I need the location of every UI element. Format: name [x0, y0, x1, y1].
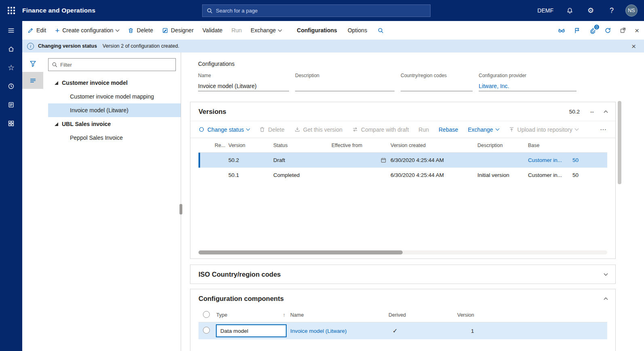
nav-workspaces-button[interactable] — [0, 114, 22, 132]
versions-section-header[interactable]: Versions 50.2 -- — [190, 102, 615, 121]
exchange-button[interactable]: Exchange — [251, 27, 281, 34]
tree-expander-icon[interactable] — [55, 81, 58, 85]
edit-button[interactable]: Edit — [27, 27, 46, 34]
gear-icon: ⚙ — [587, 7, 594, 14]
vertical-scrollbar[interactable] — [618, 101, 621, 184]
field-label: Country/region codes — [401, 73, 473, 78]
run-button[interactable]: Run — [231, 27, 242, 34]
components-section-header[interactable]: Configuration components — [190, 289, 615, 308]
versions-table-empty-area — [190, 183, 615, 250]
column-header[interactable]: Version — [228, 143, 273, 148]
base-link[interactable]: Customer in... — [528, 157, 572, 163]
horizontal-scrollbar[interactable] — [198, 250, 607, 254]
nav-recent-button[interactable] — [0, 77, 22, 95]
column-header[interactable]: Description — [477, 143, 528, 148]
glasses-button[interactable] — [558, 27, 565, 34]
top-search-input[interactable] — [216, 8, 426, 14]
create-configuration-button[interactable]: + Create configuration — [55, 27, 119, 34]
nav-favorites-button[interactable]: ☆ — [0, 58, 22, 77]
versions-summary-value: 50.2 — [569, 109, 580, 115]
component-name-link[interactable]: Invoice model (Litware) — [290, 328, 389, 334]
attachments-button[interactable]: 0 — [589, 27, 596, 34]
version-row-50-1[interactable]: 50.1 Completed 6/30/2020 4:25:44 AM Init… — [198, 168, 607, 183]
derived-column-header[interactable]: Derived — [389, 312, 457, 318]
horizontal-scrollbar-thumb[interactable] — [198, 250, 403, 254]
delete-button[interactable]: Delete — [128, 27, 153, 34]
form-icon — [8, 101, 15, 108]
help-button[interactable]: ? — [601, 0, 622, 21]
column-header[interactable]: Status — [273, 143, 332, 148]
nav-home-button[interactable] — [0, 40, 22, 58]
avatar[interactable]: NS — [625, 4, 638, 17]
tree-item-peppol-sales-invoice[interactable]: Peppol Sales Invoice — [48, 131, 181, 145]
upload-into-repository-button[interactable]: Upload into repository — [509, 126, 578, 133]
open-in-new-window-button[interactable] — [620, 27, 626, 34]
exchange-version-button[interactable]: Exchange — [468, 126, 498, 133]
version-row-50-2[interactable]: 50.2 Draft 6/30/2020 4:25:44 AM Customer… — [198, 153, 607, 168]
column-header[interactable]: Base — [528, 143, 572, 148]
delete-version-button[interactable]: Delete — [259, 126, 284, 133]
row-checkbox[interactable] — [203, 327, 210, 334]
company-picker[interactable]: DEMF — [532, 0, 559, 21]
rebase-button[interactable]: Rebase — [439, 126, 458, 133]
expand-section-icon[interactable] — [604, 271, 608, 275]
get-this-version-button[interactable]: Get this version — [294, 126, 342, 133]
versions-table: Re... Version Status Effective from Vers… — [198, 138, 607, 183]
refresh-button[interactable] — [604, 27, 611, 34]
vertical-scrollbar-thumb[interactable] — [618, 101, 621, 184]
base-cell[interactable]: Customer in... — [528, 172, 572, 178]
component-row-data-model[interactable]: Data model Invoice model (Litware) ✓ 1 — [198, 322, 607, 339]
message-bar-close-button[interactable]: × — [628, 42, 639, 50]
select-all-checkbox[interactable] — [203, 311, 210, 318]
notifications-button[interactable] — [559, 0, 580, 21]
nav-expand-button[interactable] — [0, 21, 22, 40]
pane-splitter[interactable] — [181, 53, 184, 351]
tree-item-customer-invoice-model-mapping[interactable]: Customer invoice model mapping — [48, 90, 181, 103]
tree-item-invoice-model-litware[interactable]: Invoice model (Litware) — [48, 103, 181, 117]
nav-forms-button[interactable] — [0, 95, 22, 114]
tree-item-customer-invoice-model[interactable]: Customer invoice model — [48, 76, 181, 90]
name-input[interactable]: Invoice model (Litware) — [198, 81, 289, 91]
tree-filter-input[interactable] — [60, 62, 172, 68]
tree-expander-icon[interactable] — [55, 122, 58, 126]
more-commands-button[interactable]: ⋯ — [600, 126, 607, 133]
version-column-header[interactable]: Version — [457, 312, 607, 318]
base-version-cell[interactable]: 50 — [572, 157, 607, 163]
tab-options[interactable]: Options — [348, 27, 367, 34]
waffle-menu-button[interactable] — [0, 0, 22, 21]
configuration-provider-link[interactable]: Litware, Inc. — [479, 81, 576, 91]
close-icon: × — [635, 27, 639, 34]
flag-button[interactable] — [574, 27, 581, 34]
settings-button[interactable]: ⚙ — [580, 0, 601, 21]
tab-configurations[interactable]: Configurations — [297, 27, 337, 34]
effective-from-cell[interactable] — [332, 157, 391, 163]
column-header[interactable]: Effective from — [332, 143, 391, 148]
designer-button[interactable]: Designer — [162, 27, 194, 34]
column-header[interactable]: Re... — [215, 143, 228, 148]
components-table-header: Type ↑ Name Derived Version — [198, 308, 607, 322]
splitter-grip-icon[interactable] — [179, 204, 182, 214]
close-page-button[interactable]: × — [635, 27, 639, 34]
compare-with-draft-button[interactable]: Compare with draft — [352, 126, 409, 133]
action-search-button[interactable] — [378, 27, 384, 34]
run-version-button[interactable]: Run — [418, 126, 429, 133]
collapse-section-icon[interactable] — [604, 297, 608, 301]
app-title[interactable]: Finance and Operations — [22, 7, 95, 14]
validate-button[interactable]: Validate — [203, 27, 223, 34]
list-icon — [30, 77, 36, 84]
type-column-header[interactable]: Type ↑ — [216, 312, 290, 318]
name-column-header[interactable]: Name — [290, 312, 389, 318]
iso-section-header[interactable]: ISO Country/region codes — [190, 265, 615, 284]
tree-item-ubl-sales-invoice[interactable]: UBL Sales invoice — [48, 117, 181, 131]
calendar-icon[interactable] — [380, 157, 386, 163]
column-header[interactable]: Version created — [391, 143, 477, 148]
type-cell-input[interactable]: Data model — [216, 325, 286, 337]
country-region-codes-input[interactable] — [401, 81, 473, 91]
toc-pane-button[interactable] — [22, 72, 43, 89]
collapse-section-icon[interactable] — [604, 110, 608, 114]
attachments-badge: 0 — [593, 24, 600, 30]
description-input[interactable] — [295, 81, 395, 91]
filter-pane-button[interactable] — [22, 55, 43, 72]
change-status-button[interactable]: Change status — [198, 126, 249, 133]
page-caption: Configurations — [198, 61, 616, 67]
